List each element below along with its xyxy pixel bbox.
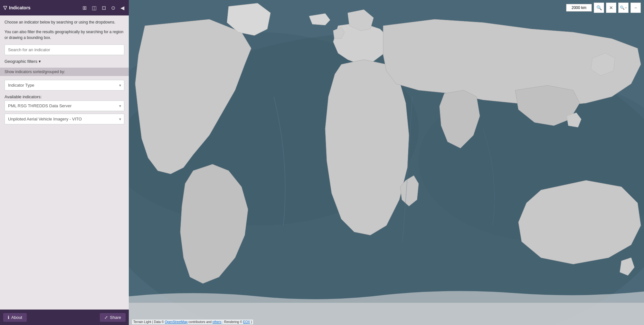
description-text-1: Choose an indicator below by searching o…	[5, 19, 124, 25]
share-button[interactable]: ⤢ Share	[100, 313, 126, 322]
panel-header: ▽ Indicators ⊞ ◫ ⊡ ⊙	[0, 0, 129, 15]
sort-dropdown-wrapper: Indicator Type Data Provider Theme	[5, 80, 124, 91]
layers-icon-button[interactable]: ⊡	[100, 4, 107, 12]
layers-icon: ⊡	[102, 5, 106, 11]
about-icon: ℹ	[8, 315, 9, 320]
geo-filters-section: Geographic filters ▾	[5, 59, 124, 64]
panel-title-text: Indicators	[9, 5, 31, 10]
attribution-text-4: )	[251, 320, 252, 324]
attribution-text: Terrain Light ( Data ©	[133, 320, 165, 324]
grid-icon: ⊞	[82, 5, 87, 11]
minus-icon: −	[634, 5, 637, 10]
left-panel: ▽ Indicators ⊞ ◫ ⊡ ⊙	[0, 0, 129, 325]
sort-label: Show indicators sorted/grouped by:	[5, 70, 65, 74]
scale-indicator: 2000 km	[566, 4, 592, 12]
panel-footer: ℹ About ⤢ Share	[0, 310, 129, 325]
panel-body: Choose an indicator below by searching o…	[0, 15, 129, 310]
indicator-dropdown-wrapper-1: PML RSG THREDDS Data Server	[5, 100, 124, 111]
person-icon: ⊙	[111, 5, 115, 11]
search-input[interactable]	[5, 44, 124, 55]
collapse-icon: ◀	[120, 5, 124, 11]
grid-icon-button[interactable]: ⊞	[81, 4, 88, 12]
map-icon: ◫	[92, 5, 97, 11]
world-map-svg	[129, 0, 644, 325]
main-area: ▽ Indicators ⊞ ◫ ⊡ ⊙	[0, 0, 644, 325]
geo-filters-toggle[interactable]: Geographic filters ▾	[5, 59, 41, 64]
description-text-2: You can also filter the results geograph…	[5, 29, 124, 41]
osm-link[interactable]: OpenStreetMap	[165, 320, 188, 324]
available-indicators-section: Available indicators: PML RSG THREDDS Da…	[5, 94, 124, 124]
chevron-down-icon: ▾	[39, 59, 41, 64]
indicator-dropdown-wrapper-2: Unpiloted Aerial Vehicle Imagery - VITO	[5, 114, 124, 124]
sort-section-divider: Show indicators sorted/grouped by:	[0, 68, 129, 76]
scale-label: 2000 km	[572, 5, 586, 10]
share-icon: ⤢	[104, 315, 108, 320]
zoom-in-button[interactable]: 🔍	[594, 3, 604, 13]
indicators-list: PML RSG THREDDS Data Server Unpiloted Ae…	[5, 100, 124, 124]
geo-filters-label: Geographic filters	[5, 59, 37, 64]
close-icon: ✕	[609, 5, 613, 10]
search-plus-icon: 🔍	[596, 5, 602, 10]
map-attribution: Terrain Light ( Data © OpenStreetMap con…	[132, 320, 253, 324]
others-link[interactable]: others	[213, 320, 222, 324]
map-area[interactable]: 2000 km 🔍 ✕ 🔍− − Terrain Light ( Data ©	[129, 0, 644, 325]
eox-link[interactable]: EOX	[243, 320, 250, 324]
indicator-dropdown-1[interactable]: PML RSG THREDDS Data Server	[5, 100, 124, 111]
available-indicators-label: Available indicators:	[5, 94, 124, 99]
indicator-dropdown-2[interactable]: Unpiloted Aerial Vehicle Imagery - VITO	[5, 114, 124, 124]
app-container: ▽ Indicators ⊞ ◫ ⊡ ⊙	[0, 0, 644, 325]
panel-icons: ⊞ ◫ ⊡ ⊙ ◀	[81, 4, 126, 12]
map-controls-top: 2000 km 🔍 ✕ 🔍− −	[566, 3, 641, 13]
person-icon-button[interactable]: ⊙	[110, 4, 117, 12]
attribution-text-3: ; Rendering ©	[222, 320, 243, 324]
sort-dropdown[interactable]: Indicator Type Data Provider Theme	[5, 80, 124, 91]
zoom-out-btn2[interactable]: −	[630, 3, 641, 13]
panel-title: ▽ Indicators	[3, 5, 31, 11]
share-label: Share	[110, 315, 121, 320]
zoom-out-button[interactable]: 🔍−	[618, 3, 629, 13]
attribution-text-2: contributors and	[188, 320, 213, 324]
about-label: About	[11, 315, 22, 320]
filter-icon: ▽	[3, 5, 7, 11]
search-minus-icon: 🔍−	[620, 5, 627, 10]
close-map-button[interactable]: ✕	[606, 3, 616, 13]
map-icon-button[interactable]: ◫	[90, 4, 98, 12]
collapse-panel-button[interactable]: ◀	[119, 4, 126, 12]
about-button[interactable]: ℹ About	[3, 313, 27, 322]
